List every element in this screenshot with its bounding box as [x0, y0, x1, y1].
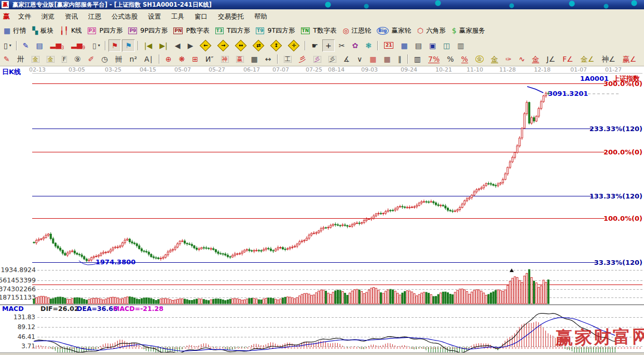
first-bar-button[interactable]: |◀: [141, 39, 155, 52]
last-bar-button[interactable]: ▶|: [156, 39, 170, 52]
menu-item-browse[interactable]: 浏览: [36, 10, 60, 23]
price-scale-tool[interactable]: ▥: [411, 53, 424, 65]
a-line-tool[interactable]: A∣: [141, 53, 156, 65]
calendar-button[interactable]: 21: [381, 39, 397, 52]
circle-cross-tool[interactable]: ⊕: [162, 53, 175, 65]
menu-item-settings[interactable]: 设置: [143, 10, 166, 23]
brush-arrow-tool[interactable]: ✑: [502, 53, 515, 65]
gold-underline-tool[interactable]: 金: [529, 53, 542, 65]
angle-arrow-tool[interactable]: ∡: [340, 53, 353, 65]
red-grid-tool[interactable]: ▦: [366, 53, 379, 65]
save-button[interactable]: ▣: [426, 39, 439, 52]
expand-y-button[interactable]: ↕: [268, 39, 284, 52]
color-kline-button[interactable]: ⚑: [122, 39, 135, 52]
chart-area[interactable]: 02-1303-0503-2504-1505-0705-2706-1707-07…: [0, 66, 644, 353]
flower-tool-button[interactable]: ✿: [349, 39, 361, 52]
menu-item-formula-picker[interactable]: 公式选股: [106, 10, 143, 23]
notes-button[interactable]: ▤: [412, 39, 425, 52]
calculator-button[interactable]: ▦: [398, 39, 410, 52]
fan-lines-tool[interactable]: 彡: [296, 53, 309, 65]
parallel-tool[interactable]: ∥: [395, 53, 405, 65]
percent-line-tool[interactable]: %: [458, 53, 471, 65]
marker-pen-tool[interactable]: ✐: [85, 53, 98, 65]
span-arrow-tool[interactable]: ↔: [262, 53, 275, 65]
gann-web-tool[interactable]: ❋: [175, 53, 188, 65]
hollow-candle-button[interactable]: ▯▾: [89, 39, 102, 52]
gold-line-tool[interactable]: 金: [488, 53, 501, 65]
menu-item-gann[interactable]: 江恩: [83, 10, 106, 23]
menu-logo-icon: 赢: [3, 10, 10, 23]
cut-tool-button[interactable]: ✂: [336, 39, 348, 52]
candle-style-button[interactable]: ▯▾: [1, 39, 13, 52]
sectors-button[interactable]: ▚板块: [29, 24, 56, 37]
ruler-grid-tool[interactable]: ▦: [248, 53, 261, 65]
hand-tool-button[interactable]: ☛: [308, 39, 321, 52]
info-panel-button[interactable]: ▤: [33, 39, 46, 52]
print-button[interactable]: ▥: [454, 39, 467, 52]
fit-all-button[interactable]: ✛: [285, 39, 302, 52]
gold-grid2-tool[interactable]: 金: [44, 53, 58, 65]
grid-tool[interactable]: 卅: [14, 53, 28, 65]
wave-tool[interactable]: ∿: [516, 53, 528, 65]
compass-tool[interactable]: ✎: [1, 53, 13, 65]
gold-angle-tool[interactable]: 金∠: [578, 53, 598, 65]
winner-wheel-button[interactable]: Big赢家轮: [374, 24, 413, 37]
percent7-tool[interactable]: 7%: [425, 53, 443, 65]
shen-grid-tool[interactable]: 神: [218, 53, 232, 65]
si-angle-tool[interactable]: 四∠: [640, 53, 644, 65]
winner-service-button[interactable]: $赢家服务: [449, 24, 487, 37]
prev-bar-button[interactable]: ◀: [172, 39, 184, 52]
boxed-web-tool[interactable]: ⊞: [189, 53, 201, 65]
menu-item-file[interactable]: 文件: [13, 10, 36, 23]
f-angle-tool[interactable]: F∠: [559, 53, 577, 65]
n2-tool[interactable]: n²: [127, 53, 141, 65]
web-tool-button[interactable]: ❃: [362, 39, 375, 52]
fan-dark-tool[interactable]: 彡: [325, 53, 339, 65]
9t-square-button[interactable]: T99T四方形: [253, 24, 297, 37]
shen-angle-tool[interactable]: 神∠: [598, 53, 619, 65]
gold-circle-tool[interactable]: 金: [472, 53, 487, 65]
menu-item-help[interactable]: 帮助: [249, 10, 272, 23]
spiral9-tool[interactable]: ⑨: [71, 53, 84, 65]
kline-button[interactable]: ╽╿K线: [57, 24, 84, 37]
n-quote-tool[interactable]: И″: [202, 53, 217, 65]
j-angle-tool[interactable]: J∠: [543, 53, 558, 65]
p-square-button[interactable]: P3P四方形: [85, 24, 125, 37]
compress-x-button[interactable]: ⇄: [250, 39, 267, 52]
hexagon-button-label: 六角形: [426, 26, 446, 35]
quotes-button[interactable]: ▦行情: [1, 24, 28, 37]
t-square-button[interactable]: T3T四方形: [213, 24, 253, 37]
gann-wheel-button[interactable]: ◎江恩轮: [339, 24, 373, 37]
win-angle-tool[interactable]: 赢∠: [620, 53, 640, 65]
p-number-button[interactable]: PNP数字表: [171, 24, 211, 37]
pattern-flag-button[interactable]: ⚑: [108, 39, 121, 52]
red-grid2-tool[interactable]: ▦: [381, 53, 394, 65]
next-bar-button[interactable]: ▶: [185, 39, 197, 52]
shift-left-button[interactable]: ←: [197, 39, 214, 52]
9p-square-button[interactable]: P99P四方形: [126, 24, 170, 37]
bars3-button[interactable]: ▂▅3: [47, 39, 67, 52]
bottom-scrollbar[interactable]: [0, 352, 644, 355]
shift-right-button[interactable]: →: [215, 39, 231, 52]
gann-draw-button[interactable]: ✎: [20, 39, 32, 52]
fan-box-tool[interactable]: 彡: [310, 53, 324, 65]
win-grid-tool[interactable]: 赢: [233, 53, 247, 65]
f-grid-tool[interactable]: F: [59, 53, 70, 65]
v-wave-tool[interactable]: ∨: [354, 53, 365, 65]
menu-item-trade-orders[interactable]: 交易委托: [213, 10, 249, 23]
gold-grid-tool[interactable]: 金: [29, 53, 43, 65]
menu-item-tools[interactable]: 工具: [166, 10, 189, 23]
menu-item-news[interactable]: 资讯: [60, 10, 83, 23]
crosshair-button[interactable]: +: [322, 39, 335, 52]
grid2-tool[interactable]: 卌: [112, 53, 126, 65]
net-save-button[interactable]: ◫: [440, 39, 453, 52]
gong-square-tool[interactable]: 工: [281, 53, 295, 65]
t-number-button[interactable]: TNT数字表: [298, 24, 339, 37]
bars9-button[interactable]: ▂▅9: [68, 39, 88, 52]
hexagon-button[interactable]: ⬡六角形: [414, 24, 448, 37]
9t-square-icon: T9: [256, 27, 264, 34]
time-circle-tool[interactable]: ◷: [98, 53, 111, 65]
percent-tool[interactable]: %: [444, 53, 457, 65]
expand-x-button[interactable]: ↔: [232, 39, 249, 52]
menu-item-window-menu[interactable]: 窗口: [189, 10, 213, 23]
